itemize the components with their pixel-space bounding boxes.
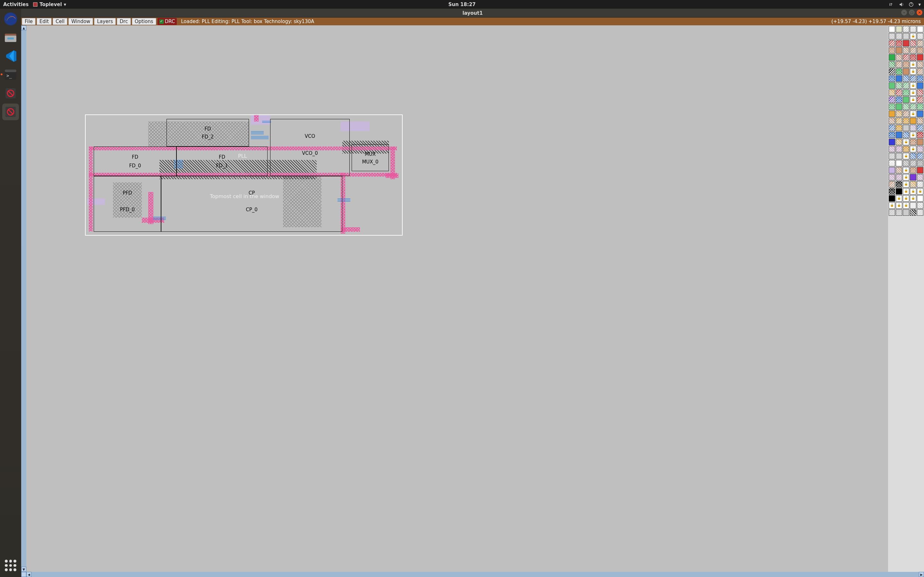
dock-show-apps[interactable] [5, 560, 16, 571]
layer-swatch[interactable] [903, 47, 909, 53]
layer-swatch[interactable] [889, 75, 895, 82]
layer-swatch[interactable] [889, 111, 895, 117]
layer-swatch[interactable] [910, 132, 916, 138]
layer-swatch[interactable] [903, 188, 909, 195]
layer-swatch[interactable] [889, 146, 895, 152]
layer-swatch[interactable] [903, 195, 909, 201]
layer-swatch[interactable] [910, 26, 916, 32]
layout-canvas[interactable]: PLL Topmost cell in the window FDFD_0FDF… [26, 25, 888, 572]
layer-swatch[interactable] [896, 26, 902, 32]
layer-swatch[interactable] [889, 82, 895, 89]
power-icon[interactable] [909, 2, 914, 7]
layer-swatch[interactable] [896, 195, 902, 201]
layer-swatch[interactable] [917, 75, 923, 82]
layer-swatch[interactable] [889, 103, 895, 110]
vertical-scrollbar[interactable]: ▲ ▼ [21, 25, 26, 572]
layer-swatch[interactable] [910, 160, 916, 166]
layer-swatch[interactable] [889, 125, 895, 131]
horizontal-scrollbar[interactable]: ◀ ▶ [26, 572, 924, 577]
menu-cell[interactable]: Cell [53, 18, 67, 25]
layer-swatch[interactable] [910, 125, 916, 131]
layer-swatch[interactable] [917, 111, 923, 117]
layer-swatch[interactable] [903, 167, 909, 173]
layer-swatch[interactable] [917, 54, 923, 61]
layer-swatch[interactable] [889, 174, 895, 181]
layer-swatch[interactable] [896, 181, 902, 187]
layer-swatch[interactable] [910, 103, 916, 110]
layer-swatch[interactable] [889, 68, 895, 75]
cell-fd_1[interactable]: FDFD_1 [176, 147, 268, 176]
menu-window[interactable]: Window [68, 18, 93, 25]
scroll-left-icon[interactable]: ◀ [26, 572, 31, 577]
layer-swatch[interactable] [889, 188, 895, 195]
layer-swatch[interactable] [896, 82, 902, 89]
layer-swatch[interactable] [896, 97, 902, 103]
layer-swatch[interactable] [917, 202, 923, 209]
menu-file[interactable]: File [22, 18, 36, 25]
layer-swatch[interactable] [917, 195, 923, 201]
focused-app-menu[interactable]: Toplevel ▾ [33, 2, 66, 7]
layer-swatch[interactable] [889, 33, 895, 39]
layer-swatch[interactable] [910, 210, 916, 216]
layer-swatch[interactable] [889, 61, 895, 68]
layer-swatch[interactable] [903, 202, 909, 209]
layer-swatch[interactable] [917, 188, 923, 195]
layer-swatch[interactable] [889, 47, 895, 53]
layer-swatch[interactable] [889, 54, 895, 61]
layer-swatch[interactable] [896, 139, 902, 145]
layer-swatch[interactable] [910, 146, 916, 152]
layer-swatch[interactable] [917, 26, 923, 32]
menu-options[interactable]: Options [132, 18, 156, 25]
layer-swatch[interactable] [896, 174, 902, 181]
system-menu-chevron-icon[interactable]: ▾ [918, 2, 921, 7]
layer-swatch[interactable] [917, 68, 923, 75]
layer-swatch[interactable] [903, 103, 909, 110]
scroll-up-icon[interactable]: ▲ [21, 25, 26, 31]
layer-swatch[interactable] [889, 153, 895, 159]
layer-swatch[interactable] [910, 33, 916, 39]
dock-terminal[interactable]: >_ [2, 66, 19, 83]
layer-swatch[interactable] [896, 47, 902, 53]
layer-swatch[interactable] [903, 125, 909, 131]
layer-swatch[interactable] [917, 153, 923, 159]
layer-swatch[interactable] [903, 181, 909, 187]
layer-swatch[interactable] [917, 103, 923, 110]
layer-swatch[interactable] [917, 210, 923, 216]
layer-swatch[interactable] [896, 153, 902, 159]
cell-vco_0[interactable]: VCOVCO_0 [270, 119, 350, 176]
layer-swatch[interactable] [910, 181, 916, 187]
layer-swatch[interactable] [889, 181, 895, 187]
layer-swatch[interactable] [910, 167, 916, 173]
hscroll-track[interactable] [31, 572, 919, 577]
layer-swatch[interactable] [903, 132, 909, 138]
layer-swatch[interactable] [896, 188, 902, 195]
layer-swatch[interactable] [917, 82, 923, 89]
layer-swatch[interactable] [903, 146, 909, 152]
layer-swatch[interactable] [903, 89, 909, 96]
layer-swatch[interactable] [903, 33, 909, 39]
window-close-button[interactable]: ✕ [917, 10, 922, 15]
input-method-icon[interactable]: i? [889, 2, 895, 7]
layer-swatch[interactable] [889, 132, 895, 138]
layer-swatch[interactable] [896, 202, 902, 209]
dock-vscode[interactable] [2, 48, 19, 64]
window-minimize-button[interactable]: – [901, 10, 907, 15]
layer-swatch[interactable] [917, 61, 923, 68]
activities-button[interactable]: Activities [3, 2, 29, 7]
layer-swatch[interactable] [917, 160, 923, 166]
layer-swatch[interactable] [896, 146, 902, 152]
layer-swatch[interactable] [917, 167, 923, 173]
layer-swatch[interactable] [917, 146, 923, 152]
layer-swatch[interactable] [910, 89, 916, 96]
cell-fd_2[interactable]: FDFD_2 [166, 119, 249, 147]
cell-mux_0[interactable]: MUXMUX_0 [352, 144, 389, 171]
layer-swatch[interactable] [910, 174, 916, 181]
dock-firefox[interactable] [2, 11, 19, 27]
layer-swatch[interactable] [903, 160, 909, 166]
layer-swatch[interactable] [910, 202, 916, 209]
layer-swatch[interactable] [917, 47, 923, 53]
layer-swatch[interactable] [896, 33, 902, 39]
layer-swatch[interactable] [917, 89, 923, 96]
layer-swatch[interactable] [910, 75, 916, 82]
vscroll-track[interactable] [21, 31, 26, 567]
